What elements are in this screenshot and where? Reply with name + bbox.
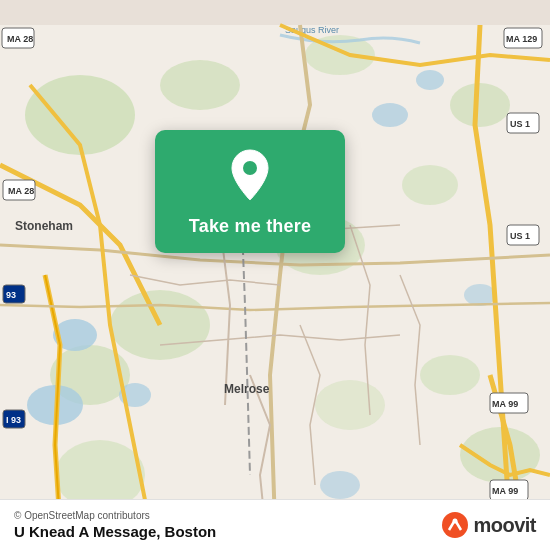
svg-text:Melrose: Melrose bbox=[224, 382, 270, 396]
location-name: U Knead A Message, Boston bbox=[14, 523, 216, 540]
svg-point-9 bbox=[315, 380, 385, 430]
svg-text:MA 28: MA 28 bbox=[8, 186, 34, 196]
svg-text:US 1: US 1 bbox=[510, 119, 530, 129]
svg-point-18 bbox=[320, 471, 360, 499]
moovit-brand-text: moovit bbox=[473, 514, 536, 537]
svg-point-10 bbox=[420, 355, 480, 395]
take-me-there-button[interactable]: Take me there bbox=[189, 216, 311, 237]
pin-icon-wrapper bbox=[223, 148, 277, 202]
map-container: Saugus River MA bbox=[0, 0, 550, 550]
svg-point-17 bbox=[416, 70, 444, 90]
location-card: Take me there bbox=[155, 130, 345, 253]
svg-point-4 bbox=[450, 83, 510, 127]
osm-credit: © OpenStreetMap contributors bbox=[14, 510, 216, 521]
svg-point-5 bbox=[402, 165, 458, 205]
moovit-logo: moovit bbox=[441, 511, 536, 539]
svg-point-19 bbox=[464, 284, 496, 306]
svg-text:MA 28: MA 28 bbox=[7, 34, 33, 44]
svg-point-2 bbox=[160, 60, 240, 110]
bottom-bar: © OpenStreetMap contributors U Knead A M… bbox=[0, 499, 550, 550]
svg-text:Stoneham: Stoneham bbox=[15, 219, 73, 233]
svg-text:MA 99: MA 99 bbox=[492, 399, 518, 409]
svg-point-42 bbox=[442, 512, 468, 538]
svg-text:US 1: US 1 bbox=[510, 231, 530, 241]
moovit-brand-icon bbox=[441, 511, 469, 539]
svg-text:I 93: I 93 bbox=[6, 415, 21, 425]
bottom-left: © OpenStreetMap contributors U Knead A M… bbox=[14, 510, 216, 540]
svg-text:MA 129: MA 129 bbox=[506, 34, 537, 44]
svg-text:93: 93 bbox=[6, 290, 16, 300]
map-background: Saugus River MA bbox=[0, 0, 550, 550]
svg-text:MA 99: MA 99 bbox=[492, 486, 518, 496]
svg-point-16 bbox=[372, 103, 408, 127]
map-pin-icon bbox=[228, 148, 272, 202]
svg-point-43 bbox=[453, 519, 458, 524]
svg-point-41 bbox=[243, 161, 257, 175]
